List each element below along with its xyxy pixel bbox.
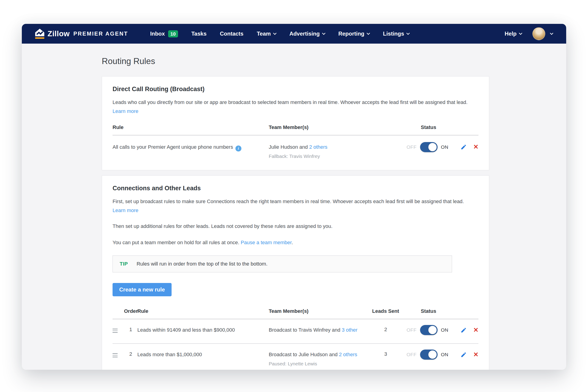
drag-handle-icon[interactable] [113,329,124,333]
row-actions: ✕ [456,144,478,150]
direct-call-description: Leads who call you directly from our sit… [113,99,478,106]
page-title: Routing Rules [102,56,489,66]
nav-listings[interactable]: Listings [383,30,409,37]
brand-premier-agent: PREMIER AGENT [74,30,128,37]
tip-text: Rules will run in order from the top of … [137,261,267,267]
p3-period: . [291,240,293,245]
paused-note: Paused: Lynette Lewis [269,361,371,366]
direct-call-routing-card: Direct Call Routing (Broadcast) Leads wh… [102,76,489,170]
delete-x-icon[interactable]: ✕ [473,352,478,358]
toggle-knob [428,326,437,334]
team-text: Broadcast to Julie Hudson and [269,352,339,357]
status-toggle[interactable] [420,325,438,335]
on-label: ON [441,352,449,357]
nav-help[interactable]: Help [505,30,522,37]
nav-right: Help [505,27,553,40]
account-chevron-down-icon[interactable] [550,31,553,35]
nav-help-label: Help [505,30,517,37]
team-text: Broadcast to Travis Winfrey and [269,327,342,333]
top-navbar: Zillow PREMIER AGENT Inbox 10 Tasks Cont… [22,24,566,44]
rule-cell: Leads within 91409 and less than $900,00… [137,326,269,334]
order-number: 2 [124,351,137,357]
status-cell: OFF ON ✕ [407,325,478,335]
nav-tasks[interactable]: Tasks [191,30,206,37]
team-cell: Broadcast to Julie Hudson and 2 others P… [269,351,371,366]
team-cell: Broadcast to Travis Winfrey and 3 other [269,326,371,334]
nav-inbox[interactable]: Inbox 10 [150,30,178,38]
delete-x-icon[interactable]: ✕ [473,327,478,333]
on-label: ON [441,144,449,150]
nav-tasks-label: Tasks [191,30,206,37]
nav-team[interactable]: Team [257,30,276,37]
others-link[interactable]: 3 other [342,327,358,333]
status-cell: OFF ON ✕ [407,350,478,360]
connections-learn-more-link[interactable]: Learn more [113,208,139,214]
create-new-rule-button[interactable]: Create a new rule [113,283,172,296]
col-team-members: Team Member(s) [269,308,371,314]
inbox-count-badge: 10 [168,30,178,38]
leads-sent-value: 3 [371,351,407,357]
col-order: Order [124,308,137,314]
app-window: Zillow PREMIER AGENT Inbox 10 Tasks Cont… [22,24,566,370]
p3-text: You can put a team member on hold for al… [113,240,241,245]
leads-sent-value: 2 [371,326,407,332]
nav-contacts[interactable]: Contacts [220,30,243,37]
connections-p1: First, set up broadcast rules to make su… [113,198,478,205]
connections-heading: Connections and Other Leads [113,185,478,192]
toggle-knob [428,350,437,359]
edit-pencil-icon[interactable] [461,144,467,150]
col-status: Status [407,124,478,130]
info-icon[interactable]: i [235,146,241,152]
status-toggle[interactable] [420,350,438,360]
table-row: 1 Leads within 91409 and less than $900,… [113,319,478,344]
nav-team-label: Team [257,30,271,37]
chevron-down-icon [406,31,410,35]
status-cell: OFF ON ✕ [407,142,478,152]
chevron-down-icon [519,31,522,35]
table-row: All calls to your Premier Agent unique p… [113,136,478,170]
col-team-members: Team Member(s) [269,124,407,130]
nav-contacts-label: Contacts [220,30,243,37]
on-label: ON [441,327,449,333]
connections-p3: You can put a team member on hold for al… [113,239,478,246]
rule-cell: All calls to your Premier Agent unique p… [113,144,269,152]
drag-handle-icon[interactable] [113,353,124,357]
off-label: OFF [407,144,417,150]
edit-pencil-icon[interactable] [461,352,467,358]
direct-call-learn-more-link[interactable]: Learn more [113,108,139,114]
off-label: OFF [407,327,417,333]
others-link[interactable]: 2 others [309,144,328,150]
avatar[interactable] [532,27,545,40]
nav-listings-label: Listings [383,30,404,37]
status-toggle[interactable] [420,142,438,152]
chevron-down-icon [322,31,326,35]
nav-advertising[interactable]: Advertising [289,30,325,37]
brand-zillow: Zillow [48,30,70,38]
col-status: Status [407,308,478,314]
edit-pencil-icon[interactable] [461,327,467,333]
direct-call-table-header: Rule Team Member(s) Status [113,124,478,136]
others-link[interactable]: 2 others [339,352,357,357]
table-row: 2 Leads more than $1,000,000 Broadcast t… [113,344,478,370]
rule-text: All calls to your Premier Agent unique p… [113,144,233,150]
direct-call-heading: Direct Call Routing (Broadcast) [113,86,478,93]
chevron-down-icon [273,31,277,35]
zillow-house-icon [35,29,44,39]
team-text: Julie Hudson and [269,144,309,150]
rule-cell: Leads more than $1,000,000 [137,351,269,358]
col-rule: Rule [113,124,269,130]
tip-box: TIP Rules will run in order from the top… [113,256,452,272]
main-content: Routing Rules Direct Call Routing (Broad… [102,56,489,370]
delete-x-icon[interactable]: ✕ [473,144,478,150]
nav-reporting[interactable]: Reporting [338,30,370,37]
connections-card: Connections and Other Leads First, set u… [102,175,489,370]
zillow-premier-agent-logo[interactable]: Zillow PREMIER AGENT [35,29,128,39]
row-actions: ✕ [456,352,478,358]
fallback-note: Fallback: Travis Winfrey [269,154,407,159]
col-rule: Rule [137,308,269,314]
connections-p2: Then set up additional rules for other l… [113,222,478,230]
pause-team-member-link[interactable]: Pause a team member [241,240,291,245]
tip-label: TIP [120,261,128,267]
toggle-knob [428,143,437,151]
team-cell: Julie Hudson and 2 others Fallback: Trav… [269,144,407,159]
